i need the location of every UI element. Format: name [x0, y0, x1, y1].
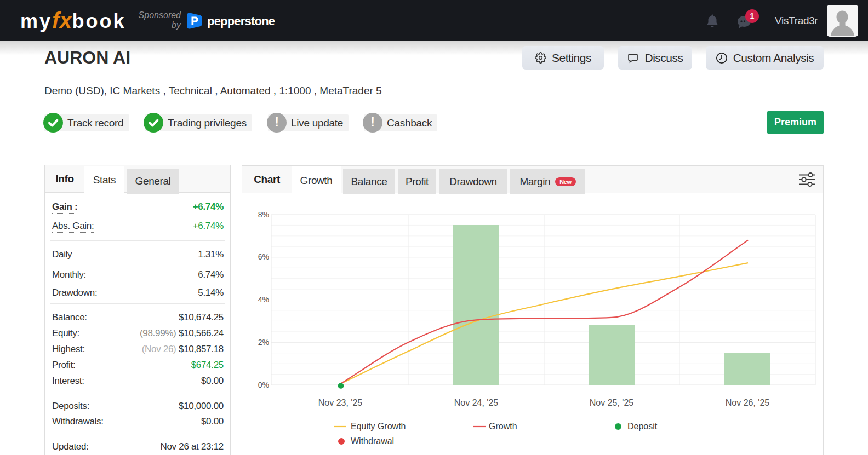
- svg-text:Nov 24, '25: Nov 24, '25: [454, 398, 499, 407]
- svg-text:Deposit: Deposit: [627, 422, 658, 431]
- svg-text:Nov 25, '25: Nov 25, '25: [590, 398, 634, 407]
- svg-text:Nov 23, '25: Nov 23, '25: [318, 398, 363, 407]
- svg-text:6%: 6%: [258, 252, 269, 261]
- svg-text:Equity Growth: Equity Growth: [351, 422, 406, 431]
- svg-text:8%: 8%: [258, 210, 269, 219]
- svg-text:Withdrawal: Withdrawal: [351, 436, 394, 446]
- svg-text:4%: 4%: [258, 295, 269, 304]
- svg-text:2%: 2%: [258, 338, 269, 347]
- svg-text:Nov 26, '25: Nov 26, '25: [726, 398, 770, 407]
- svg-text:0%: 0%: [258, 381, 269, 389]
- svg-text:Growth: Growth: [489, 422, 517, 431]
